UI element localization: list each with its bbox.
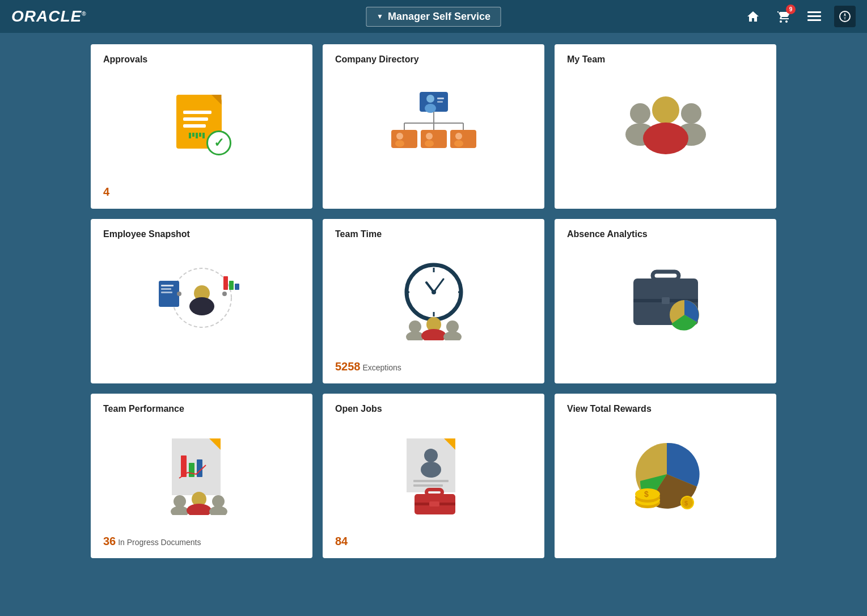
svg-rect-35 bbox=[161, 285, 174, 286]
svg-point-8 bbox=[425, 104, 436, 113]
tiles-grid: Approvals bbox=[0, 33, 867, 569]
svg-point-20 bbox=[426, 133, 433, 140]
doc-line-2 bbox=[183, 117, 208, 121]
compass-icon bbox=[839, 11, 851, 22]
absence-analytics-icon-area bbox=[567, 245, 764, 356]
module-title-text: Manager Self Service bbox=[388, 11, 490, 23]
menu-button[interactable] bbox=[803, 6, 825, 27]
team-performance-footer: 36 In Progress Documents bbox=[103, 535, 300, 548]
cart-button[interactable]: 9 bbox=[773, 6, 794, 27]
svg-point-42 bbox=[222, 292, 227, 296]
hamburger-menu-icon bbox=[807, 11, 821, 22]
team-performance-tile[interactable]: Team Performance bbox=[91, 394, 312, 558]
svg-marker-62 bbox=[172, 438, 221, 495]
svg-point-75 bbox=[424, 449, 438, 462]
svg-rect-78 bbox=[413, 484, 443, 487]
absence-analytics-icon bbox=[623, 264, 708, 337]
company-directory-title: Company Directory bbox=[335, 54, 532, 65]
svg-rect-36 bbox=[161, 288, 171, 290]
view-total-rewards-icon: $ $ bbox=[620, 436, 711, 515]
cart-badge: 9 bbox=[786, 5, 796, 14]
employee-snapshot-icon bbox=[157, 264, 247, 337]
svg-point-54 bbox=[421, 329, 446, 340]
svg-point-7 bbox=[426, 95, 434, 103]
dropdown-arrow-icon: ▼ bbox=[377, 12, 383, 20]
approvals-icon-area: ✓ bbox=[103, 70, 300, 181]
svg-point-41 bbox=[177, 292, 181, 296]
bar-3 bbox=[196, 133, 198, 138]
svg-text:$: $ bbox=[684, 500, 688, 507]
employee-snapshot-icon-area bbox=[103, 245, 300, 356]
svg-rect-19 bbox=[421, 130, 447, 148]
approvals-tile[interactable]: Approvals bbox=[91, 44, 312, 209]
svg-rect-57 bbox=[653, 272, 679, 280]
employee-snapshot-title: Employee Snapshot bbox=[103, 229, 300, 239]
team-time-suffix: Exceptions bbox=[361, 363, 401, 372]
view-total-rewards-tile[interactable]: View Total Rewards $ bbox=[555, 394, 776, 558]
svg-point-17 bbox=[396, 133, 403, 140]
svg-rect-39 bbox=[229, 281, 234, 290]
svg-rect-10 bbox=[437, 101, 443, 103]
svg-rect-66 bbox=[197, 459, 202, 477]
absence-analytics-tile[interactable]: Absence Analytics bbox=[555, 219, 776, 383]
svg-point-50 bbox=[432, 290, 436, 294]
employee-snapshot-tile[interactable]: Employee Snapshot bbox=[91, 219, 312, 383]
bar-4 bbox=[199, 133, 201, 137]
svg-text:$: $ bbox=[644, 490, 649, 499]
home-icon bbox=[746, 10, 760, 23]
svg-rect-38 bbox=[223, 276, 228, 290]
company-directory-icon-area bbox=[335, 70, 532, 182]
company-directory-footer bbox=[335, 186, 532, 199]
open-jobs-icon-area bbox=[335, 420, 532, 530]
approvals-count: 4 bbox=[103, 185, 109, 198]
svg-point-76 bbox=[421, 462, 441, 478]
company-directory-icon bbox=[388, 89, 479, 163]
open-jobs-icon bbox=[394, 436, 473, 515]
oracle-trademark: ® bbox=[82, 11, 86, 17]
bar-1 bbox=[189, 133, 191, 138]
svg-rect-1 bbox=[807, 15, 821, 17]
svg-rect-16 bbox=[391, 130, 417, 148]
svg-point-18 bbox=[395, 140, 404, 147]
team-time-count: 5258 bbox=[335, 360, 361, 373]
svg-point-27 bbox=[681, 103, 701, 124]
absence-analytics-footer bbox=[567, 361, 764, 373]
team-time-icon bbox=[391, 261, 476, 340]
approvals-checkmark: ✓ bbox=[206, 130, 231, 155]
svg-rect-37 bbox=[161, 292, 172, 293]
svg-rect-34 bbox=[159, 281, 179, 307]
view-total-rewards-footer bbox=[567, 535, 764, 548]
team-time-tile[interactable]: Team Time bbox=[323, 219, 544, 383]
svg-point-33 bbox=[189, 297, 214, 315]
approvals-doc-lines bbox=[183, 111, 212, 131]
svg-rect-2 bbox=[807, 19, 821, 21]
module-title-dropdown[interactable]: ▼ Manager Self Service bbox=[366, 7, 501, 27]
svg-point-71 bbox=[212, 495, 225, 508]
svg-point-70 bbox=[187, 504, 212, 515]
open-jobs-tile[interactable]: Open Jobs bbox=[323, 394, 544, 558]
svg-point-25 bbox=[630, 103, 650, 124]
check-icon: ✓ bbox=[214, 136, 224, 150]
svg-point-72 bbox=[209, 506, 227, 515]
view-total-rewards-icon-area: $ $ bbox=[567, 420, 764, 531]
svg-rect-0 bbox=[807, 11, 821, 13]
company-directory-tile[interactable]: Company Directory bbox=[323, 44, 544, 209]
svg-point-67 bbox=[174, 495, 186, 508]
svg-point-51 bbox=[409, 320, 421, 333]
bar-2 bbox=[192, 133, 194, 137]
svg-rect-82 bbox=[429, 501, 439, 507]
open-jobs-title: Open Jobs bbox=[335, 404, 532, 414]
home-button[interactable] bbox=[742, 6, 764, 27]
view-total-rewards-title: View Total Rewards bbox=[567, 404, 764, 414]
team-performance-icon-area bbox=[103, 420, 300, 530]
svg-marker-4 bbox=[844, 12, 846, 16]
my-team-icon-area bbox=[567, 70, 764, 182]
employee-snapshot-footer bbox=[103, 361, 300, 373]
approvals-barcode bbox=[189, 133, 205, 138]
my-team-tile[interactable]: My Team bbox=[555, 44, 776, 209]
svg-rect-61 bbox=[662, 297, 670, 304]
svg-point-29 bbox=[652, 96, 679, 124]
approvals-title: Approvals bbox=[103, 54, 300, 65]
team-performance-icon bbox=[159, 436, 244, 515]
navigator-button[interactable] bbox=[834, 6, 856, 27]
